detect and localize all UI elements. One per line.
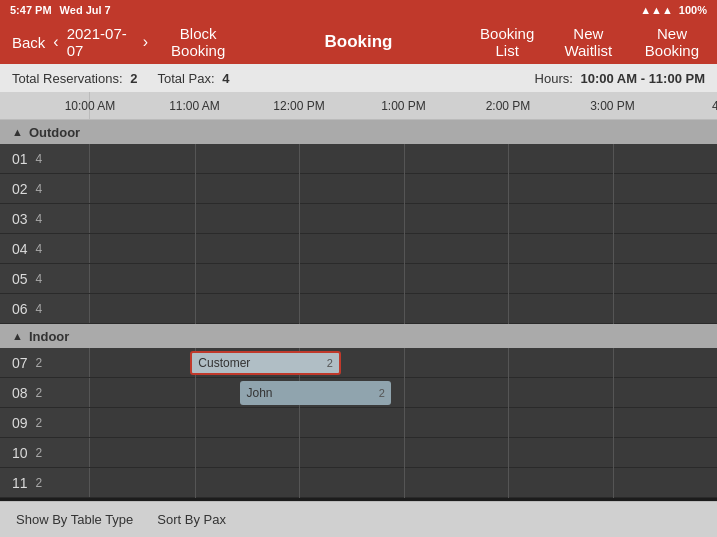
section-name: Indoor	[29, 329, 69, 344]
next-date-button[interactable]: ›	[141, 33, 150, 51]
table-row: 034	[0, 204, 717, 234]
sort-by-pax-button[interactable]: Sort By Pax	[157, 512, 226, 527]
section-chevron: ▲	[12, 126, 23, 138]
grid-line	[299, 264, 300, 294]
nav-left: Back ‹ 2021-07-07 › Block Booking	[10, 21, 242, 63]
battery-level: 100%	[679, 4, 707, 16]
table-pax: 4	[36, 212, 43, 226]
block-booking-button[interactable]: Block Booking	[154, 21, 242, 63]
nav-right: Booking List New Waitlist New Booking	[475, 21, 707, 63]
table-number: 09	[12, 415, 28, 431]
table-row: 072Customer2	[0, 348, 717, 378]
row-label: 082	[0, 378, 90, 407]
row-label: 054	[0, 264, 90, 293]
grid-line	[404, 378, 405, 408]
grid-line	[195, 264, 196, 294]
row-label: 014	[0, 144, 90, 173]
timeline-header: 10:00 AM11:00 AM12:00 PM1:00 PM2:00 PM3:…	[0, 92, 717, 120]
row-label: 092	[0, 408, 90, 437]
table-row: 092	[0, 408, 717, 438]
table-pax: 4	[36, 242, 43, 256]
grid-line	[613, 408, 614, 438]
status-bar-left: 5:47 PM Wed Jul 7	[10, 4, 111, 16]
row-timeline: Customer2	[90, 348, 717, 378]
grid-line	[195, 144, 196, 174]
table-number: 01	[12, 151, 28, 167]
table-row: 112	[0, 468, 717, 498]
section-header-indoor[interactable]: ▲Indoor	[0, 324, 717, 348]
row-timeline	[90, 294, 717, 324]
bottom-bar: Show By Table Type Sort By Pax	[0, 501, 717, 537]
row-timeline	[90, 408, 717, 438]
time-label-2: 12:00 PM	[273, 99, 324, 113]
grid-line	[404, 294, 405, 324]
grid-line	[508, 204, 509, 234]
status-time: 5:47 PM	[10, 4, 52, 16]
table-number: 04	[12, 241, 28, 257]
table-number: 05	[12, 271, 28, 287]
grid-line	[508, 144, 509, 174]
section-header-outdoor[interactable]: ▲Outdoor	[0, 120, 717, 144]
row-timeline	[90, 438, 717, 468]
row-timeline	[90, 144, 717, 174]
grid-line	[508, 468, 509, 498]
booking-block[interactable]: Customer2	[190, 351, 340, 375]
grid-line	[613, 174, 614, 204]
table-row: 024	[0, 174, 717, 204]
row-timeline	[90, 204, 717, 234]
table-number: 10	[12, 445, 28, 461]
table-pax: 2	[36, 416, 43, 430]
table-pax: 2	[36, 476, 43, 490]
time-label-6: 4:	[712, 99, 717, 113]
grid-line	[613, 264, 614, 294]
prev-date-button[interactable]: ‹	[51, 33, 60, 51]
grid-line	[613, 144, 614, 174]
nav-title: Booking	[242, 32, 474, 52]
grid-line	[404, 174, 405, 204]
grid-line	[508, 174, 509, 204]
total-reservations-label: Total Reservations:	[12, 71, 123, 86]
new-booking-button[interactable]: New Booking	[637, 21, 707, 63]
table-pax: 4	[36, 182, 43, 196]
booking-name: Customer	[198, 356, 250, 370]
total-pax: Total Pax: 4	[157, 71, 229, 86]
grid-line	[613, 468, 614, 498]
hours-value: 10:00 AM - 11:00 PM	[580, 71, 705, 86]
total-reservations: Total Reservations: 2	[12, 71, 137, 86]
table-pax: 2	[36, 446, 43, 460]
grid-line	[195, 438, 196, 468]
booking-list-button[interactable]: Booking List	[475, 21, 540, 63]
wifi-icon: ▲▲▲	[640, 4, 673, 16]
date-label[interactable]: 2021-07-07	[65, 21, 137, 63]
table-number: 11	[12, 475, 28, 491]
table-number: 08	[12, 385, 28, 401]
status-bar: 5:47 PM Wed Jul 7 ▲▲▲ 100%	[0, 0, 717, 20]
status-bar-right: ▲▲▲ 100%	[640, 4, 707, 16]
grid-line	[299, 234, 300, 264]
row-timeline	[90, 264, 717, 294]
table-number: 02	[12, 181, 28, 197]
table-number: 07	[12, 355, 28, 371]
grid-line	[508, 378, 509, 408]
grid-line	[613, 348, 614, 378]
info-right: Hours: 10:00 AM - 11:00 PM	[535, 71, 705, 86]
grid-line	[613, 294, 614, 324]
show-by-table-type-button[interactable]: Show By Table Type	[16, 512, 133, 527]
back-button[interactable]: Back	[10, 30, 47, 55]
section-name: Outdoor	[29, 125, 80, 140]
total-reservations-value: 2	[130, 71, 137, 86]
new-waitlist-button[interactable]: New Waitlist	[556, 21, 621, 63]
booking-block[interactable]: John2	[240, 381, 390, 405]
row-label: 072	[0, 348, 90, 377]
grid-line	[404, 264, 405, 294]
grid-line	[299, 204, 300, 234]
grid-line	[404, 408, 405, 438]
table-number: 06	[12, 301, 28, 317]
main-content: ▲Outdoor014024034044054064▲Indoor072Cust…	[0, 120, 717, 501]
time-label-1: 11:00 AM	[169, 99, 220, 113]
table-pax: 2	[36, 386, 43, 400]
row-label: 112	[0, 468, 90, 497]
grid-line	[195, 174, 196, 204]
table-row: 044	[0, 234, 717, 264]
time-label-0: 10:00 AM	[65, 99, 116, 113]
